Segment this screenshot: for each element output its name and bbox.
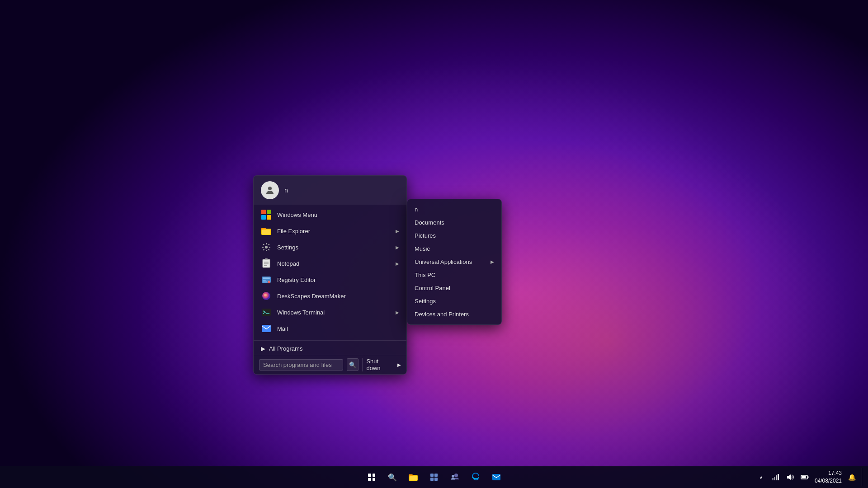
svg-rect-20 bbox=[262, 325, 271, 332]
control-panel-label: Control Panel bbox=[415, 285, 450, 291]
svg-rect-32 bbox=[774, 477, 775, 480]
menu-item-settings[interactable]: Settings ▶ bbox=[254, 239, 406, 255]
start-menu: n Windows Menu bbox=[253, 175, 407, 375]
svg-rect-38 bbox=[807, 476, 808, 478]
start-button[interactable] bbox=[363, 468, 381, 486]
menu-item-notepad[interactable]: Notepad ▶ bbox=[254, 255, 406, 272]
file-explorer-label: File Explorer bbox=[277, 228, 390, 235]
search-submit-icon[interactable]: 🔍 bbox=[347, 358, 359, 371]
right-user-label: n bbox=[415, 206, 418, 213]
search-input[interactable] bbox=[259, 359, 343, 371]
pictures-label: Pictures bbox=[415, 232, 436, 239]
settings-icon bbox=[261, 242, 272, 253]
taskbar: 🔍 bbox=[0, 466, 868, 488]
svg-point-28 bbox=[454, 474, 458, 477]
svg-rect-13 bbox=[263, 282, 267, 282]
notepad-label: Notepad bbox=[277, 260, 390, 267]
svg-rect-26 bbox=[430, 478, 434, 481]
svg-rect-25 bbox=[434, 474, 438, 477]
right-settings-label: Settings bbox=[415, 298, 436, 305]
registry-icon bbox=[261, 274, 272, 285]
svg-rect-33 bbox=[776, 475, 777, 480]
network-icon[interactable] bbox=[769, 471, 782, 483]
windows-menu-label: Windows Menu bbox=[277, 211, 399, 218]
svg-rect-27 bbox=[434, 478, 438, 481]
deskscapes-label: DeskScapes DreamMaker bbox=[277, 293, 399, 300]
windows-menu-icon bbox=[261, 209, 272, 220]
taskbar-mail[interactable] bbox=[487, 468, 505, 486]
terminal-icon bbox=[261, 307, 272, 318]
right-menu-item-music[interactable]: Music bbox=[407, 242, 501, 255]
deskscapes-icon bbox=[261, 291, 272, 301]
user-avatar bbox=[261, 181, 279, 199]
taskbar-teams[interactable] bbox=[446, 468, 464, 486]
all-programs-label: All Programs bbox=[269, 345, 302, 352]
notepad-icon bbox=[261, 258, 272, 269]
menu-item-file-explorer[interactable]: File Explorer ▶ bbox=[254, 223, 406, 239]
taskbar-task-view[interactable] bbox=[425, 468, 443, 486]
svg-rect-34 bbox=[778, 474, 779, 480]
taskbar-edge[interactable] bbox=[467, 468, 485, 486]
svg-rect-9 bbox=[265, 258, 268, 260]
taskbar-tray: ∧ bbox=[755, 468, 864, 486]
svg-rect-3 bbox=[262, 230, 270, 235]
user-section[interactable]: n bbox=[254, 176, 406, 205]
svg-rect-24 bbox=[430, 474, 434, 477]
registry-editor-label: Registry Editor bbox=[277, 277, 399, 283]
svg-rect-31 bbox=[772, 478, 774, 480]
right-menu-item-universal-apps[interactable]: Universal Applications ▶ bbox=[407, 255, 501, 268]
music-label: Music bbox=[415, 245, 430, 252]
right-user-item: n bbox=[407, 203, 501, 216]
taskbar-center: 🔍 bbox=[363, 468, 505, 486]
shutdown-label: Shut down bbox=[366, 358, 392, 371]
mail-label: Mail bbox=[277, 325, 399, 332]
right-menu-item-pictures[interactable]: Pictures bbox=[407, 229, 501, 242]
shutdown-arrow: ▶ bbox=[397, 362, 401, 367]
notepad-arrow: ▶ bbox=[396, 261, 399, 266]
show-desktop-btn[interactable] bbox=[862, 468, 864, 486]
menu-item-windows-menu[interactable]: Windows Menu bbox=[254, 206, 406, 223]
right-menu-item-control-panel[interactable]: Control Panel bbox=[407, 282, 501, 295]
terminal-arrow: ▶ bbox=[396, 310, 399, 315]
menu-item-mail[interactable]: Mail bbox=[254, 320, 406, 337]
taskbar-file-explorer[interactable] bbox=[404, 468, 422, 486]
all-programs-btn[interactable]: ▶ All Programs bbox=[254, 343, 406, 355]
svg-rect-5 bbox=[263, 259, 270, 267]
taskbar-search-button[interactable]: 🔍 bbox=[383, 468, 401, 486]
svg-rect-12 bbox=[263, 280, 266, 281]
svg-point-4 bbox=[265, 246, 268, 249]
menu-item-registry-editor[interactable]: Registry Editor bbox=[254, 272, 406, 288]
mail-icon bbox=[261, 323, 272, 334]
universal-apps-arrow: ▶ bbox=[491, 259, 494, 264]
menu-items-list: Windows Menu File Explorer ▶ Se bbox=[254, 205, 406, 338]
this-pc-label: This PC bbox=[415, 272, 435, 278]
svg-point-0 bbox=[268, 187, 272, 190]
devices-printers-label: Devices and Printers bbox=[415, 311, 469, 318]
svg-rect-30 bbox=[492, 474, 500, 480]
svg-marker-35 bbox=[787, 474, 791, 480]
start-menu-right-panel: n Documents Pictures Music Universal App… bbox=[407, 199, 502, 325]
battery-icon[interactable] bbox=[798, 471, 811, 483]
menu-item-windows-terminal[interactable]: Windows Terminal ▶ bbox=[254, 304, 406, 320]
right-menu-item-this-pc[interactable]: This PC bbox=[407, 268, 501, 282]
svg-rect-18 bbox=[262, 309, 271, 316]
right-menu-item-settings[interactable]: Settings bbox=[407, 295, 501, 308]
taskbar-clock[interactable]: 17:43 04/08/2021 bbox=[815, 469, 842, 485]
windows-terminal-label: Windows Terminal bbox=[277, 309, 390, 316]
right-menu-item-devices-printers[interactable]: Devices and Printers bbox=[407, 308, 501, 321]
shutdown-btn[interactable]: Shut down ▶ bbox=[362, 358, 401, 371]
volume-icon[interactable] bbox=[784, 471, 797, 483]
folder-icon bbox=[261, 225, 272, 236]
right-menu-item-documents[interactable]: Documents bbox=[407, 216, 501, 229]
menu-divider bbox=[254, 340, 406, 341]
svg-point-29 bbox=[452, 475, 454, 478]
file-explorer-arrow: ▶ bbox=[396, 229, 399, 234]
settings-label: Settings bbox=[277, 244, 390, 251]
documents-label: Documents bbox=[415, 219, 444, 226]
notification-area: ∧ bbox=[755, 471, 811, 483]
tray-chevron[interactable]: ∧ bbox=[755, 471, 768, 483]
menu-item-deskscapes[interactable]: DeskScapes DreamMaker bbox=[254, 288, 406, 304]
user-name: n bbox=[284, 187, 288, 194]
notification-bell[interactable]: 🔔 bbox=[845, 471, 858, 483]
all-programs-arrow: ▶ bbox=[261, 345, 265, 352]
